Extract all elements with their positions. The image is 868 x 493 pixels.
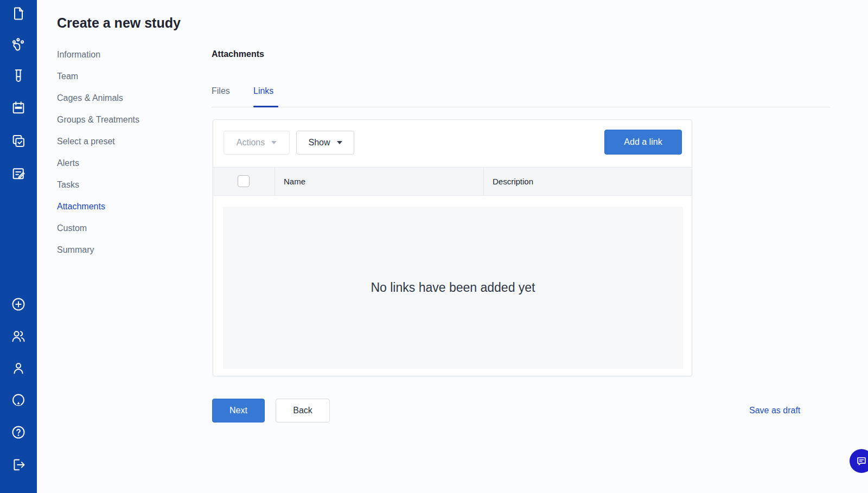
active-tab-underline: [253, 106, 278, 107]
tabs-divider: [212, 107, 830, 107]
users-icon[interactable]: [11, 329, 26, 344]
chevron-down-icon: [271, 141, 277, 144]
next-button[interactable]: Next: [212, 399, 265, 422]
save-as-draft-link[interactable]: Save as draft: [749, 406, 800, 415]
tab-files[interactable]: Files: [212, 86, 230, 96]
step-alerts[interactable]: Alerts: [57, 152, 139, 174]
select-all-checkbox[interactable]: [238, 175, 250, 187]
actions-dropdown-label: Actions: [237, 138, 265, 148]
empty-state: No links have been added yet: [223, 207, 683, 369]
chevron-down-icon: [337, 141, 342, 144]
show-dropdown-label: Show: [308, 138, 330, 148]
table-header-row: Name Description: [213, 167, 692, 196]
step-information[interactable]: Information: [57, 44, 139, 66]
empty-state-message: No links have been added yet: [371, 280, 535, 295]
user-icon[interactable]: [11, 361, 26, 376]
links-card: Actions Show Add a link Name Description…: [213, 119, 692, 376]
step-cages-animals[interactable]: Cages & Animals: [57, 87, 139, 109]
step-groups-treatments[interactable]: Groups & Treatments: [57, 109, 139, 131]
step-nav: Information Team Cages & Animals Groups …: [57, 44, 139, 261]
actions-dropdown[interactable]: Actions: [224, 131, 290, 155]
chat-icon: [856, 455, 867, 467]
step-summary[interactable]: Summary: [57, 239, 139, 261]
calendar-icon[interactable]: [11, 100, 26, 116]
page-title: Create a new study: [57, 15, 181, 31]
plus-circle-icon[interactable]: [11, 297, 26, 312]
column-header-name: Name: [284, 168, 305, 196]
note-edit-icon[interactable]: [11, 166, 26, 181]
sidebar-rail: [0, 0, 37, 493]
column-divider: [483, 168, 484, 196]
step-tasks[interactable]: Tasks: [57, 174, 139, 196]
chat-fab-button[interactable]: [850, 449, 868, 473]
paw-icon[interactable]: [11, 37, 26, 52]
column-header-description: Description: [493, 168, 533, 196]
duplicate-check-icon[interactable]: [11, 133, 26, 149]
show-dropdown[interactable]: Show: [296, 131, 354, 155]
step-team[interactable]: Team: [57, 66, 139, 87]
back-button[interactable]: Back: [276, 399, 330, 422]
section-title: Attachments: [212, 49, 264, 59]
logout-icon[interactable]: [11, 457, 26, 472]
help-icon[interactable]: [11, 425, 26, 440]
document-icon[interactable]: [11, 6, 26, 21]
tour-icon[interactable]: [11, 393, 26, 408]
test-tube-icon[interactable]: [11, 68, 26, 84]
column-divider: [275, 168, 275, 196]
tab-links[interactable]: Links: [253, 86, 273, 96]
step-select-preset[interactable]: Select a preset: [57, 131, 139, 152]
step-attachments[interactable]: Attachments: [57, 196, 139, 217]
step-custom[interactable]: Custom: [57, 217, 139, 239]
add-link-button[interactable]: Add a link: [604, 130, 682, 155]
